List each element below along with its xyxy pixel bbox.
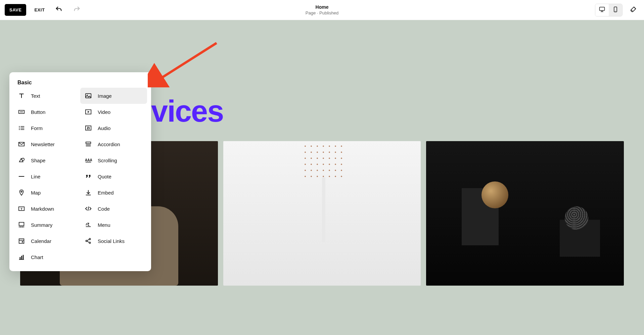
block-label: Map — [31, 190, 41, 196]
toolbar-right — [595, 4, 639, 16]
shape-icon — [17, 156, 26, 164]
block-label: Code — [98, 206, 110, 212]
editor-canvas[interactable]: vices Basic Text Image Button — [0, 20, 644, 335]
svg-point-16 — [88, 128, 89, 129]
svg-point-15 — [87, 128, 88, 129]
device-desktop-button[interactable] — [595, 4, 609, 16]
block-label: Quote — [98, 174, 111, 179]
toolbar-left: SAVE EXIT — [5, 4, 83, 16]
menu-icon — [84, 221, 92, 229]
block-option-summary[interactable]: Summary — [13, 217, 80, 233]
block-option-line[interactable]: Line — [13, 168, 80, 184]
svg-point-31 — [20, 226, 21, 227]
svg-point-37 — [86, 240, 87, 242]
block-option-newsletter[interactable]: Newsletter — [13, 136, 80, 152]
accordion-icon — [84, 140, 92, 148]
top-toolbar: SAVE EXIT Home Page · Published — [0, 0, 644, 20]
block-option-audio[interactable]: Audio — [80, 120, 147, 136]
embed-icon — [84, 189, 92, 197]
form-icon — [17, 124, 26, 132]
hero-heading[interactable]: vices — [151, 94, 223, 129]
block-label: Accordion — [98, 141, 120, 147]
svg-rect-43 — [20, 257, 21, 259]
map-icon — [17, 189, 26, 197]
desktop-icon — [599, 6, 605, 14]
mobile-icon — [612, 6, 619, 14]
device-mobile-button[interactable] — [609, 4, 622, 16]
block-option-markdown[interactable]: T Markdown — [13, 201, 80, 217]
summary-icon — [17, 221, 26, 229]
svg-rect-45 — [23, 255, 24, 260]
block-option-form[interactable]: Form — [13, 120, 80, 136]
redo-button[interactable] — [71, 4, 83, 16]
block-label: Embed — [98, 190, 114, 196]
block-label: Newsletter — [31, 141, 55, 147]
block-option-video[interactable]: Video — [80, 104, 147, 120]
block-label: Image — [98, 93, 112, 99]
svg-rect-36 — [22, 241, 23, 243]
gallery-tile[interactable] — [426, 141, 624, 286]
svg-line-40 — [87, 239, 89, 241]
block-option-scrolling[interactable]: AAA Scrolling — [80, 152, 147, 168]
block-option-code[interactable]: Code — [80, 201, 147, 217]
block-grid: Text Image Button Video Form — [13, 88, 147, 265]
svg-rect-29 — [19, 222, 24, 226]
block-picker-panel: Basic Text Image Button Video — [9, 72, 151, 271]
block-option-menu[interactable]: Menu — [80, 217, 147, 233]
annotation-arrow — [148, 40, 222, 87]
svg-rect-0 — [600, 7, 605, 10]
svg-point-25 — [21, 191, 22, 192]
block-option-embed[interactable]: Embed — [80, 184, 147, 201]
block-option-accordion[interactable]: Accordion — [80, 136, 147, 152]
page-info: Home Page · Published — [306, 4, 338, 15]
block-option-calendar[interactable]: Calendar — [13, 233, 80, 249]
audio-icon — [84, 124, 92, 132]
quote-icon — [84, 172, 92, 180]
image-icon — [84, 92, 92, 100]
svg-line-41 — [87, 241, 89, 243]
block-label: Button — [31, 109, 45, 115]
gallery-tile[interactable] — [223, 141, 421, 286]
exit-button[interactable]: EXIT — [32, 5, 47, 15]
block-option-chart[interactable]: Chart — [13, 249, 80, 265]
save-button[interactable]: SAVE — [5, 4, 26, 16]
block-label: Summary — [31, 222, 52, 228]
svg-rect-3 — [86, 94, 91, 98]
svg-point-39 — [89, 242, 90, 243]
calendar-icon — [17, 237, 26, 245]
block-option-button[interactable]: Button — [13, 104, 80, 120]
block-label: Social Links — [98, 238, 125, 244]
block-option-text[interactable]: Text — [13, 88, 80, 104]
undo-button[interactable] — [53, 4, 65, 16]
block-option-image[interactable]: Image — [80, 88, 147, 104]
line-icon — [17, 172, 26, 180]
svg-point-21 — [22, 158, 24, 161]
panel-section-title: Basic — [13, 80, 147, 88]
block-label: Line — [31, 174, 40, 179]
block-option-shape[interactable]: Shape — [13, 152, 80, 168]
block-label: Calendar — [31, 238, 51, 244]
svg-point-2 — [615, 11, 616, 11]
markdown-icon: T — [17, 205, 26, 213]
chart-icon — [17, 253, 26, 261]
svg-rect-14 — [86, 126, 91, 130]
undo-icon — [55, 6, 62, 14]
block-option-quote[interactable]: Quote — [80, 168, 147, 184]
device-toggle — [595, 4, 623, 16]
svg-line-46 — [157, 43, 217, 81]
svg-rect-44 — [21, 256, 22, 259]
block-label: Text — [31, 93, 40, 99]
svg-point-4 — [87, 95, 88, 95]
block-option-social-links[interactable]: Social Links — [80, 233, 147, 249]
styles-button[interactable] — [627, 4, 639, 16]
svg-point-32 — [22, 226, 23, 227]
button-icon — [17, 108, 26, 116]
block-option-map[interactable]: Map — [13, 184, 80, 201]
svg-text:AAA: AAA — [85, 158, 92, 162]
svg-text:T: T — [20, 207, 22, 211]
svg-point-12 — [19, 129, 20, 130]
svg-rect-34 — [19, 239, 24, 244]
block-label: Audio — [98, 125, 110, 131]
page-title: Home — [306, 4, 338, 10]
block-label: Menu — [98, 222, 110, 228]
